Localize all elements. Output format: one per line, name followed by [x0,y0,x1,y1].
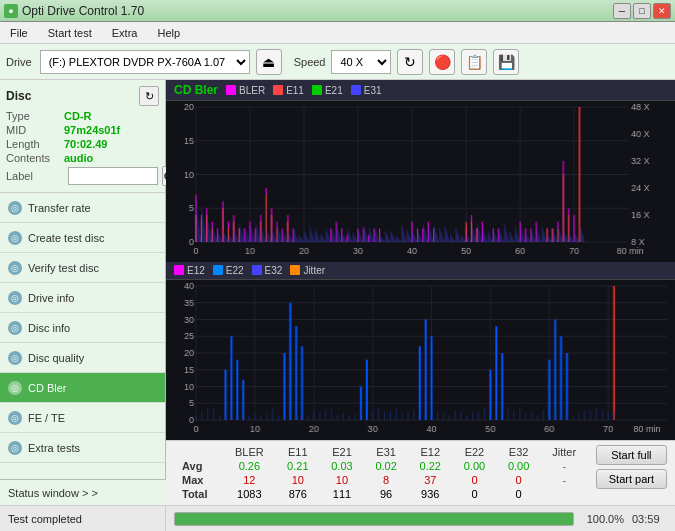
chart1-area [166,101,675,262]
disc-refresh-button[interactable]: ↻ [139,86,159,106]
bler-label: BLER [239,85,265,96]
progress-bar-fill [175,513,573,525]
menu-file[interactable]: File [4,25,34,41]
e22-label: E22 [226,265,244,276]
e31-dot [351,85,361,95]
max-e21: 10 [320,473,364,487]
close-button[interactable]: ✕ [653,3,671,19]
chart1-legend-bler: BLER [226,85,265,96]
total-jitter [541,487,588,501]
col-header-e31: E31 [364,445,408,459]
nav-items: ◎ Transfer rate ◎ Create test disc ◎ Ver… [0,193,165,479]
max-e11: 10 [276,473,320,487]
eject-button[interactable]: ⏏ [256,49,282,75]
toolbar: Drive (F:) PLEXTOR DVDR PX-760A 1.07 ⏏ S… [0,44,675,80]
avg-jitter: - [541,459,588,473]
total-e22: 0 [452,487,496,501]
sidebar-item-extra-tests[interactable]: ◎ Extra tests [0,433,165,463]
title-bar: ● Opti Drive Control 1.70 ─ □ ✕ [0,0,675,22]
avg-e32: 0.00 [497,459,541,473]
sidebar-item-transfer-rate[interactable]: ◎ Transfer rate [0,193,165,223]
max-jitter: - [541,473,588,487]
avg-label: Avg [174,459,223,473]
avg-bler: 0.26 [223,459,276,473]
status-window-button[interactable]: Status window > > [0,480,166,505]
save-button[interactable]: 💾 [493,49,519,75]
refresh-button[interactable]: ↻ [397,49,423,75]
start-part-button[interactable]: Start part [596,469,667,489]
e21-dot [312,85,322,95]
max-e12: 37 [408,473,452,487]
avg-e21: 0.03 [320,459,364,473]
chart2-canvas [166,280,675,441]
total-e21: 111 [320,487,364,501]
app-icon: ● [4,4,18,18]
transfer-rate-icon: ◎ [8,201,22,215]
chart1-legend-e31: E31 [351,85,382,96]
sidebar-item-disc-info[interactable]: ◎ Disc info [0,313,165,343]
sidebar-item-label: Transfer rate [28,202,91,214]
disc-type-label: Type [6,110,64,122]
total-e11: 876 [276,487,320,501]
sidebar-item-drive-info[interactable]: ◎ Drive info [0,283,165,313]
disc-quality-icon: ◎ [8,351,22,365]
chart2-legend-e32: E32 [252,265,283,276]
sidebar-item-disc-quality[interactable]: ◎ Disc quality [0,343,165,373]
main-area: Disc ↻ Type CD-R MID 97m24s01f Length 70… [0,80,675,505]
disc-contents-label: Contents [6,152,64,164]
progress-area: 100.0% 03:59 [166,512,675,526]
bottom-status-bar: Test completed 100.0% 03:59 [0,505,675,531]
chart1-title: CD Bler [174,83,218,97]
max-e22: 0 [452,473,496,487]
menu-extra[interactable]: Extra [106,25,144,41]
max-e31: 8 [364,473,408,487]
sidebar-item-cd-bler[interactable]: ◎ CD Bler [0,373,165,403]
start-full-button[interactable]: Start full [596,445,667,465]
avg-e22: 0.00 [452,459,496,473]
sidebar-item-label: FE / TE [28,412,65,424]
menu-start-test[interactable]: Start test [42,25,98,41]
e11-dot [273,85,283,95]
total-bler: 1083 [223,487,276,501]
minimize-button[interactable]: ─ [613,3,631,19]
sidebar-item-label: Create test disc [28,232,104,244]
avg-e31: 0.02 [364,459,408,473]
disc-panel: Disc ↻ Type CD-R MID 97m24s01f Length 70… [0,80,165,193]
sidebar-item-create-test-disc[interactable]: ◎ Create test disc [0,223,165,253]
sidebar-item-label: Drive info [28,292,74,304]
content-wrapper: CD Bler BLER E11 E21 E31 [166,80,675,505]
jitter-label: Jitter [303,265,325,276]
chart2-legend-e22: E22 [213,265,244,276]
max-bler: 12 [223,473,276,487]
speed-label: Speed [294,56,326,68]
menu-help[interactable]: Help [151,25,186,41]
chart1-header: CD Bler BLER E11 E21 E31 [166,80,675,101]
total-e32: 0 [497,487,541,501]
chart2-legend-jitter: Jitter [290,265,325,276]
disc-contents-value: audio [64,152,93,164]
copy-button[interactable]: 📋 [461,49,487,75]
maximize-button[interactable]: □ [633,3,651,19]
sidebar-item-verify-test-disc[interactable]: ◎ Verify test disc [0,253,165,283]
verify-test-disc-icon: ◎ [8,261,22,275]
max-e32: 0 [497,473,541,487]
progress-percent: 100.0% [582,513,624,525]
stats-max-row: Max 12 10 10 8 37 0 0 - [174,473,588,487]
chart1-canvas [166,101,673,262]
stats-avg-row: Avg 0.26 0.21 0.03 0.02 0.22 0.00 0.00 - [174,459,588,473]
e21-label: E21 [325,85,343,96]
avg-e11: 0.21 [276,459,320,473]
total-label: Total [174,487,223,501]
status-bar-section: Status window > > [0,479,166,505]
sidebar-item-label: Disc quality [28,352,84,364]
speed-select[interactable]: 40 X [331,50,391,74]
e32-dot [252,265,262,275]
max-label: Max [174,473,223,487]
disc-label-input[interactable] [68,167,158,185]
jitter-dot [290,265,300,275]
bler-dot [226,85,236,95]
progress-time: 03:59 [632,513,667,525]
erase-button[interactable]: 🔴 [429,49,455,75]
sidebar-item-fe-te[interactable]: ◎ FE / TE [0,403,165,433]
drive-select[interactable]: (F:) PLEXTOR DVDR PX-760A 1.07 [40,50,250,74]
